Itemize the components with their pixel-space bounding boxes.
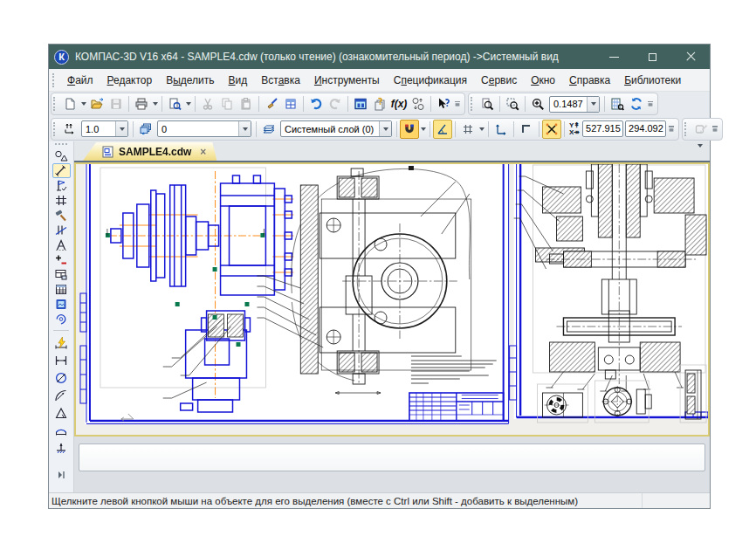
status-bar: Щелкните левой кнопкой мыши на объекте д… [49,492,710,508]
datum-dimension-tool[interactable] [52,439,71,457]
fx-variables-button[interactable]: f(x) [389,94,409,113]
insert-panel-button[interactable] [52,297,71,312]
menu-service[interactable]: Сервис [474,71,524,90]
cursor-step-combo[interactable]: 1.0 [81,120,128,137]
fit-document-button[interactable] [608,94,627,113]
zoom-in-button[interactable] [528,94,547,113]
close-button[interactable] [671,45,710,69]
tab-sample4[interactable]: SAMPLE4.cdw × [83,142,216,161]
menu-file[interactable]: Файл [60,71,100,90]
parameterization-panel-button[interactable] [52,223,71,237]
selection-style-button[interactable] [691,120,711,139]
geometry-panel-button[interactable] [52,148,71,163]
drawing-canvas[interactable] [74,162,710,437]
menu-tools[interactable]: Инструменты [307,71,387,90]
layer-number-combo[interactable]: 0 [157,120,251,137]
coordinate-x-field[interactable]: 527.915 [582,120,623,137]
message-panel[interactable] [79,443,705,471]
toolbar-grip[interactable] [684,122,689,136]
document-area: SAMPLE4.cdw × [74,141,710,492]
print-preview-dropdown[interactable] [184,94,192,113]
maximize-button[interactable] [633,45,671,69]
macro-panel-button[interactable] [52,312,71,327]
tab-list-dropdown[interactable] [698,148,703,163]
cut-button[interactable] [198,94,217,113]
minimize-button[interactable] [594,45,633,69]
measure-panel-button[interactable] [52,237,71,252]
object-properties-button[interactable] [281,94,300,113]
menu-help[interactable]: Справка [562,71,617,90]
property-panel-area [74,437,710,492]
zoom-scale-value: 0.1487 [550,99,587,109]
angle-dimension-tool[interactable] [52,404,71,422]
toolbar-grip[interactable] [53,97,58,111]
redo-button[interactable] [326,94,345,113]
menu-view[interactable]: Вид [222,71,255,90]
separator [430,121,430,137]
diameter-dimension-tool[interactable] [52,369,71,387]
paste-button[interactable] [237,94,256,113]
snap-points-button[interactable] [542,120,561,139]
title-bar: К КОМПАС-3D V16 x64 - SAMPLE4.cdw (тольк… [49,45,710,69]
grid-dropdown[interactable] [478,120,485,139]
coordinate-y-field[interactable]: 294.092 [625,120,666,137]
open-button[interactable] [87,94,107,113]
cursor-step-dropdown[interactable] [115,121,127,136]
zoom-scale-combo[interactable]: 0.1487 [549,96,600,113]
toolbar-overflow-chevron[interactable] [453,94,462,113]
document-manager-button[interactable] [370,94,389,113]
dimensions-panel-button[interactable] [52,163,71,178]
menu-insert[interactable]: Вставка [254,71,307,90]
menu-editor[interactable]: Редактор [100,71,160,90]
reports-panel-button[interactable] [52,282,71,297]
layer-name-dropdown[interactable] [379,121,391,136]
menu-window[interactable]: Окно [524,71,562,90]
panel-grip[interactable] [55,143,67,147]
designations-panel-button[interactable] [52,178,71,193]
copy-button[interactable] [217,94,237,113]
panel-expand-button[interactable] [53,469,69,481]
zoom-selected-button[interactable] [478,94,497,113]
undo-button[interactable] [306,94,326,113]
menu-libraries[interactable]: Библиотеки [617,71,688,90]
new-document-dropdown[interactable] [79,94,87,113]
zoom-scale-dropdown[interactable] [587,97,599,112]
toolbar-overflow-chevron[interactable] [711,120,719,139]
linear-dimension-tool[interactable] [52,352,71,369]
separator [303,96,304,112]
angle-snap-button[interactable] [433,120,452,139]
separator [133,121,134,137]
layer-number-dropdown[interactable] [238,121,251,136]
print-dropdown[interactable] [151,94,159,113]
layer-name-combo[interactable]: Системный слой (0) [280,120,392,137]
print-button[interactable] [132,94,151,113]
selection-panel-button[interactable] [52,252,71,267]
local-csys-button[interactable] [491,120,511,139]
toolbar-grip[interactable] [53,122,58,136]
editing-panel-button[interactable] [52,208,71,223]
new-document-button[interactable] [60,94,79,113]
toolbar-overflow-chevron[interactable] [646,94,655,113]
toolbar-grip[interactable] [471,97,475,111]
construction-designations-panel-button[interactable] [52,193,71,208]
auto-dimension-tool[interactable] [52,334,71,352]
menu-select[interactable]: Выделить [159,71,221,90]
copy-properties-button[interactable] [262,94,281,113]
zoom-area-button[interactable] [503,94,522,113]
grid-button[interactable] [458,120,478,139]
toolbar-overflow-chevron[interactable] [667,120,676,139]
variables-window-button[interactable] [351,94,370,113]
renumber-objects-button[interactable] [409,94,428,113]
radius-dimension-tool[interactable] [52,387,71,404]
print-preview-button[interactable] [165,94,184,113]
snaps-button[interactable] [400,120,419,139]
snaps-dropdown[interactable] [419,120,427,139]
specification-panel-button[interactable] [52,267,71,282]
context-help-button[interactable] [434,94,453,113]
refresh-view-button[interactable] [627,94,646,113]
tab-close-icon[interactable]: × [196,146,206,158]
ortho-drawing-button[interactable] [517,120,536,139]
save-button[interactable] [107,94,126,113]
menu-specification[interactable]: Спецификация [387,71,474,90]
arc-dimension-tool[interactable] [52,422,71,439]
